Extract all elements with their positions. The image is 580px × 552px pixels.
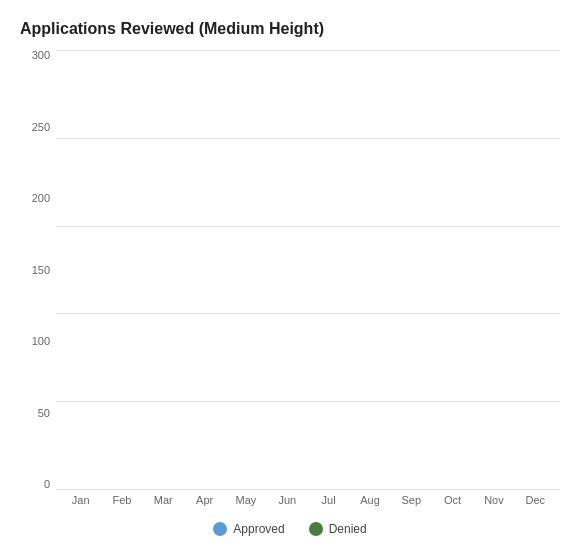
x-label: Jan xyxy=(60,494,101,514)
bars-and-grid xyxy=(56,50,560,490)
x-label: Sep xyxy=(391,494,432,514)
y-label: 150 xyxy=(32,265,50,276)
chart-title: Applications Reviewed (Medium Height) xyxy=(20,20,560,38)
bars-row xyxy=(56,50,560,490)
x-label: Dec xyxy=(515,494,556,514)
y-label: 50 xyxy=(38,408,50,419)
y-axis: 300250200150100500 xyxy=(20,50,56,514)
x-label: Jun xyxy=(267,494,308,514)
x-label: Oct xyxy=(432,494,473,514)
denied-label: Denied xyxy=(329,522,367,536)
x-label: Aug xyxy=(349,494,390,514)
legend-denied: Denied xyxy=(309,522,367,536)
chart-container: Applications Reviewed (Medium Height) 30… xyxy=(0,0,580,552)
approved-dot xyxy=(213,522,227,536)
x-label: Feb xyxy=(101,494,142,514)
x-axis: JanFebMarAprMayJunJulAugSepOctNovDec xyxy=(56,490,560,514)
legend-approved: Approved xyxy=(213,522,284,536)
x-label: Apr xyxy=(184,494,225,514)
y-label: 0 xyxy=(44,479,50,490)
x-label: Jul xyxy=(308,494,349,514)
approved-label: Approved xyxy=(233,522,284,536)
chart-inner: JanFebMarAprMayJunJulAugSepOctNovDec xyxy=(56,50,560,514)
y-label: 100 xyxy=(32,336,50,347)
legend: Approved Denied xyxy=(20,522,560,542)
y-label: 300 xyxy=(32,50,50,61)
x-label: Mar xyxy=(143,494,184,514)
x-label: Nov xyxy=(473,494,514,514)
x-label: May xyxy=(225,494,266,514)
chart-area: 300250200150100500 JanFebMarAprMayJunJul… xyxy=(20,50,560,514)
y-label: 250 xyxy=(32,122,50,133)
y-label: 200 xyxy=(32,193,50,204)
denied-dot xyxy=(309,522,323,536)
